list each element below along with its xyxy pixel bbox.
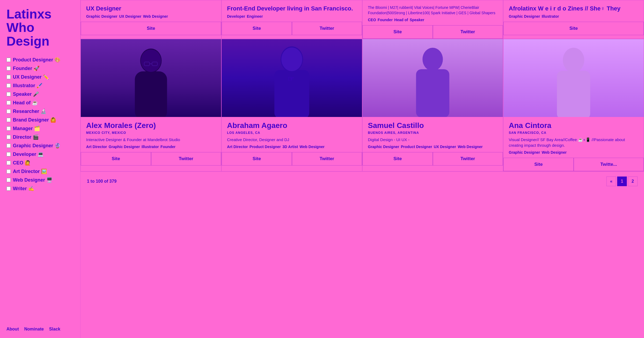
- tag: Web Designer: [458, 145, 483, 149]
- page-btn-1[interactable]: 1: [617, 177, 627, 186]
- filter-item-art-director[interactable]: Art Director 🖼️: [6, 167, 74, 176]
- card-btn-site[interactable]: Site: [363, 25, 433, 39]
- tag: UX Designer: [119, 14, 141, 19]
- filter-item-brand-designer[interactable]: Brand Designer 🙆: [6, 116, 74, 124]
- sidebar: Latinxs Who Design Product Designer 🎨 Fo…: [0, 0, 80, 338]
- person-bio-0: Interactive Designer & Founder at Mandel…: [86, 137, 216, 142]
- person-photo-2: [363, 39, 503, 117]
- filter-checkbox-web-designer[interactable]: [6, 178, 11, 182]
- person-card-0: Alex Morales (Zero) Mexico City, Mexico …: [80, 39, 221, 171]
- filter-item-product-designer[interactable]: Product Designer 🎨: [6, 56, 74, 64]
- filter-checkbox-product-designer[interactable]: [6, 58, 11, 62]
- filter-item-web-designer[interactable]: Web Designer 🖥️: [6, 176, 74, 184]
- svg-point-2: [141, 49, 161, 72]
- filter-checkbox-ux-designer[interactable]: [6, 75, 11, 79]
- person-btn-twitter[interactable]: Twitter: [433, 152, 503, 166]
- card-buttons-0: Site: [81, 22, 221, 35]
- filter-item-researcher[interactable]: Researcher 🔬: [6, 107, 74, 116]
- filter-item-writer[interactable]: Writer ✍️: [6, 184, 74, 193]
- tag: Art Director: [227, 145, 248, 149]
- filter-item-ceo[interactable]: CEO 🙋: [6, 159, 74, 167]
- page-btn-«[interactable]: «: [606, 177, 616, 186]
- filter-label-art-director: Art Director 🖼️: [13, 168, 47, 174]
- filter-checkbox-researcher[interactable]: [6, 109, 11, 113]
- person-card-2: Samuel Castillo Buenos Aires, Argentina …: [362, 39, 503, 171]
- filter-checkbox-art-director[interactable]: [6, 169, 11, 174]
- card-buttons-3: Site: [503, 22, 644, 35]
- footer-link-slack[interactable]: Slack: [49, 327, 60, 332]
- tag: Product Designer: [401, 145, 432, 149]
- card-btn-twitter[interactable]: Twitter: [433, 25, 503, 39]
- filter-checkbox-illustrator[interactable]: [6, 83, 11, 88]
- person-cards-grid: Alex Morales (Zero) Mexico City, Mexico …: [80, 39, 644, 171]
- card-btn-site[interactable]: Site: [222, 22, 292, 35]
- filter-checkbox-founder[interactable]: [6, 66, 11, 71]
- filter-item-ux-designer[interactable]: UX Designer ✏️: [6, 73, 74, 81]
- card-btn-site[interactable]: Site: [503, 22, 644, 35]
- filter-label-director: Director 🎬: [13, 134, 39, 140]
- filter-item-illustrator[interactable]: Illustrator 🖌️: [6, 81, 74, 90]
- footer-link-about[interactable]: About: [6, 327, 19, 332]
- person-card-1: ☞ Abraham Agaero Los Angeles, CA Creativ…: [221, 39, 362, 171]
- person-name-3: Ana Cintora: [509, 121, 638, 130]
- person-btn-site[interactable]: Site: [363, 152, 433, 166]
- filter-checkbox-graphic-designer[interactable]: [6, 144, 11, 148]
- page-btn-2[interactable]: 2: [628, 177, 638, 186]
- filter-checkbox-director[interactable]: [6, 135, 11, 139]
- card-role-0: UX Designer: [86, 5, 216, 12]
- person-photo-0: [81, 39, 221, 117]
- person-location-1: Los Angeles, CA: [227, 131, 357, 135]
- tag: Founder: [160, 145, 175, 149]
- person-location-2: Buenos Aires, Argentina: [368, 131, 497, 135]
- filter-checkbox-speaker[interactable]: [6, 92, 11, 96]
- filter-checkbox-ceo[interactable]: [6, 161, 11, 165]
- top-cards-grid: UX DesignerGraphic DesignerUX DesignerWe…: [80, 0, 644, 39]
- tag: Web Designer: [143, 14, 168, 19]
- tag: Graphic Designer: [86, 14, 118, 19]
- card-top-1: Front-End Developer living in San Franci…: [222, 0, 362, 22]
- card-buttons-2: SiteTwitter: [363, 25, 503, 39]
- filter-checkbox-head-of[interactable]: [6, 101, 11, 105]
- card-btn-twitter[interactable]: Twitter: [292, 22, 362, 35]
- person-btn-twitter[interactable]: Twitter: [292, 152, 362, 166]
- person-name-2: Samuel Castillo: [368, 121, 497, 130]
- filter-item-developer[interactable]: Developer 💻: [6, 150, 74, 159]
- card-desc-2: The Bloomi | M27| rubberit| Vital Voices…: [368, 5, 497, 16]
- filter-item-head-of[interactable]: Head of ☕: [6, 98, 74, 107]
- filter-item-director[interactable]: Director 🎬: [6, 133, 74, 141]
- card-role-1: Front-End Developer living in San Franci…: [227, 5, 357, 12]
- filter-item-graphic-designer[interactable]: Graphic Designer 🔮: [6, 141, 74, 150]
- tag: Art Director: [86, 145, 107, 149]
- person-photo-1: ☞: [222, 39, 362, 117]
- filter-label-product-designer: Product Designer 🎨: [13, 57, 60, 63]
- person-info-2: Samuel Castillo Buenos Aires, Argentina …: [363, 117, 503, 152]
- top-card-3: Afrolatinx W e i r d o Zines // She♀ The…: [503, 0, 644, 39]
- sidebar-footer: AboutNominateSlack: [6, 322, 74, 332]
- filter-checkbox-manager[interactable]: [6, 126, 11, 131]
- filter-label-manager: Manager 🗂️: [13, 126, 40, 131]
- footer-link-nominate[interactable]: Nominate: [24, 327, 44, 332]
- person-tags-1: Art DirectorProduct Designer3D ArtistWeb…: [227, 145, 357, 149]
- person-btn-site[interactable]: Site: [503, 158, 574, 171]
- person-btn-twitter[interactable]: Twitter: [151, 152, 221, 166]
- filter-label-researcher: Researcher 🔬: [13, 108, 46, 114]
- person-bio-1: Creative Director, Designer and DJ: [227, 137, 357, 142]
- person-btn-site[interactable]: Site: [81, 152, 151, 166]
- person-btn-site[interactable]: Site: [222, 152, 292, 166]
- filter-item-founder[interactable]: Founder 🚀: [6, 64, 74, 73]
- tag: Graphic Designer: [109, 145, 140, 149]
- person-tags-0: Art DirectorGraphic DesignerIllustratorF…: [86, 145, 216, 149]
- pagination-controls: «12: [606, 177, 638, 186]
- person-location-0: Mexico City, Mexico: [86, 131, 216, 135]
- filter-item-speaker[interactable]: Speaker 🎤: [6, 90, 74, 98]
- person-info-3: Ana Cintora San Francisco, CA Visual Des…: [503, 117, 644, 158]
- filter-checkbox-writer[interactable]: [6, 186, 11, 191]
- card-btn-site[interactable]: Site: [81, 22, 221, 35]
- filter-checkbox-brand-designer[interactable]: [6, 118, 11, 122]
- filter-label-ceo: CEO 🙋: [13, 160, 31, 166]
- main-content: UX DesignerGraphic DesignerUX DesignerWe…: [80, 0, 644, 338]
- filter-checkbox-developer[interactable]: [6, 152, 11, 156]
- filter-item-manager[interactable]: Manager 🗂️: [6, 124, 74, 133]
- person-btn-twitte...[interactable]: Twitte...: [574, 158, 644, 171]
- person-bio-2: Digital Design - UI UX -: [368, 137, 497, 142]
